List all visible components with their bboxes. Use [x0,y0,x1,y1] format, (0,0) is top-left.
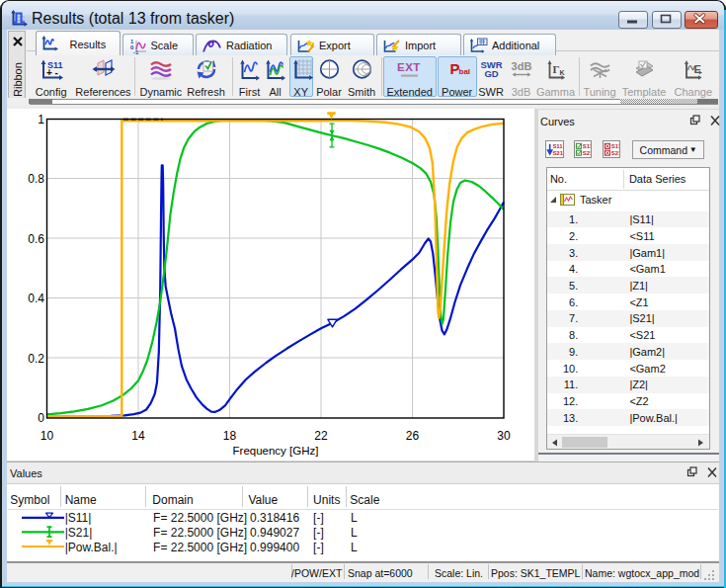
svg-text:3dB: 3dB [511,60,531,72]
svg-text:+ -: + - [46,67,58,78]
svg-text:0.6: 0.6 [28,232,44,246]
svg-text:26: 26 [405,429,419,443]
svg-text:1: 1 [38,113,44,126]
svg-text:14: 14 [131,429,145,443]
svg-text:18: 18 [222,429,236,443]
svg-text:K: K [559,69,564,76]
svg-text:Frequency [GHz]: Frequency [GHz] [232,445,318,457]
svg-text:10: 10 [40,429,53,443]
svg-text:0.4: 0.4 [28,292,44,305]
svg-text:0: 0 [38,411,44,425]
svg-text:S21: S21 [610,150,619,156]
svg-text:EXT: EXT [397,61,421,73]
svg-text:S11: S11 [553,143,563,149]
svg-text:bal: bal [458,67,470,76]
svg-text:GD: GD [484,68,498,79]
svg-text:S11: S11 [583,143,592,149]
svg-text:S21: S21 [553,149,563,155]
svg-text:30: 30 [497,429,511,443]
svg-text:0.2: 0.2 [28,352,44,366]
svg-text:0.8: 0.8 [28,172,44,186]
svg-text:S11: S11 [610,143,619,149]
svg-text:Γ: Γ [552,63,559,75]
svg-text:S21: S21 [583,150,592,156]
svg-text:22: 22 [314,429,328,443]
